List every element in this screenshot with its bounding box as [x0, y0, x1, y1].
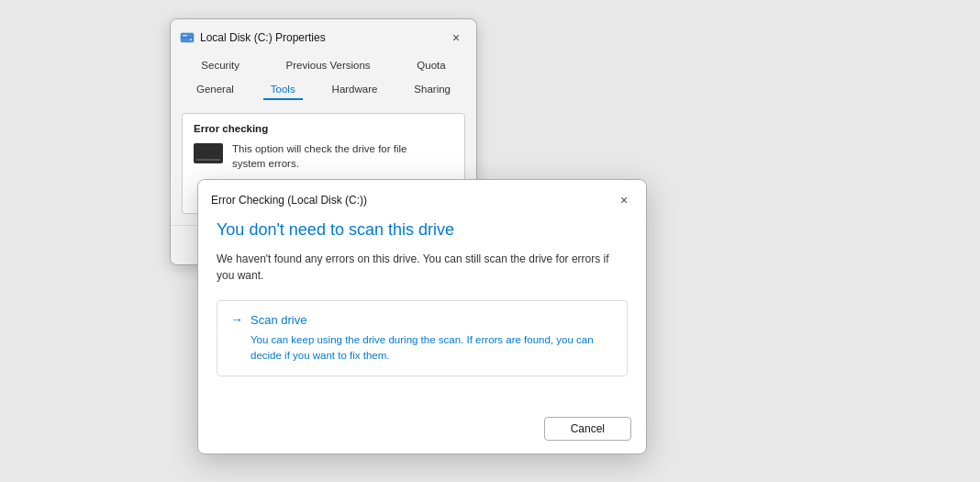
arrow-right-icon: → [230, 312, 243, 327]
no-scan-heading: You don't need to scan this drive [217, 220, 628, 240]
scan-drive-section[interactable]: → Scan drive You can keep using the driv… [217, 300, 628, 376]
titlebar-left: Local Disk (C:) Properties [180, 30, 326, 45]
error-checking-description: This option will check the drive for fil… [232, 141, 406, 171]
error-dialog-body: You don't need to scan this drive We hav… [198, 217, 646, 409]
tabs-row-bottom: General Tools Hardware Sharing [178, 78, 469, 102]
no-errors-text: We haven't found any errors on this driv… [217, 251, 628, 284]
properties-close-button[interactable]: × [447, 28, 465, 47]
error-dialog-footer: Cancel [198, 409, 646, 454]
error-checking-body: This option will check the drive for fil… [194, 141, 453, 171]
hdd-icon [194, 143, 223, 163]
tab-tools[interactable]: Tools [263, 80, 303, 100]
drive-icon [180, 30, 195, 45]
tab-hardware[interactable]: Hardware [325, 80, 385, 100]
error-dialog-title: Error Checking (Local Disk (C:)) [211, 194, 367, 207]
properties-tabs: Security Previous Versions Quota General… [171, 54, 476, 102]
svg-rect-3 [183, 35, 187, 37]
tabs-row-top: Security Previous Versions Quota [178, 54, 469, 78]
error-checking-title: Error checking [194, 123, 453, 134]
tab-sharing[interactable]: Sharing [406, 80, 458, 100]
error-dialog-cancel-button[interactable]: Cancel [544, 417, 631, 441]
tab-previous-versions[interactable]: Previous Versions [279, 56, 378, 76]
tab-general[interactable]: General [189, 80, 241, 100]
scan-drive-description: You can keep using the drive during the … [230, 332, 614, 364]
properties-titlebar: Local Disk (C:) Properties × [171, 19, 476, 54]
svg-point-2 [190, 39, 192, 40]
tab-security[interactable]: Security [194, 56, 247, 76]
error-dialog-titlebar: Error Checking (Local Disk (C:)) × [198, 180, 646, 217]
tab-quota[interactable]: Quota [409, 56, 452, 76]
scan-drive-link: → Scan drive [230, 312, 614, 327]
svg-rect-1 [181, 37, 194, 39]
scan-drive-label: Scan drive [251, 313, 306, 327]
properties-dialog-title: Local Disk (C:) Properties [200, 31, 326, 44]
error-dialog-close-button[interactable]: × [615, 191, 633, 209]
error-checking-dialog: Error Checking (Local Disk (C:)) × You d… [197, 179, 647, 454]
